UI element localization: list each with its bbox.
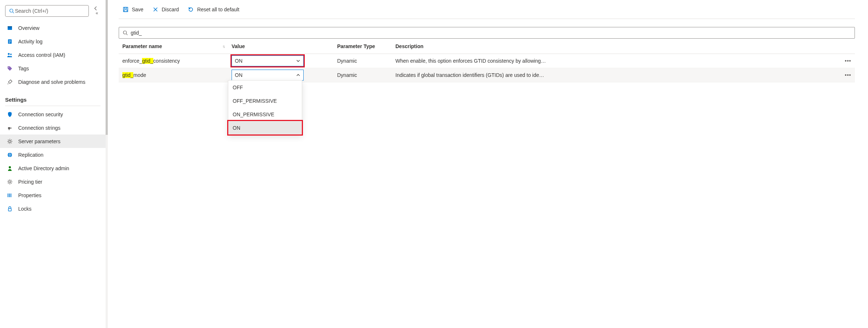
person-icon: [7, 165, 13, 172]
col-label: Parameter Type: [337, 43, 375, 49]
svg-rect-19: [8, 194, 8, 197]
cell-value: ON: [228, 54, 334, 68]
table-row: enforce_gtid_consistencyONDynamicWhen en…: [119, 54, 855, 68]
svg-point-8: [8, 53, 10, 55]
svg-rect-12: [10, 128, 12, 128]
value-select[interactable]: ON: [232, 55, 304, 66]
sidebar-item-label: Activity log: [18, 39, 43, 44]
sidebar-item-label: Server parameters: [18, 138, 60, 144]
save-button[interactable]: Save: [119, 4, 147, 15]
table-header: Parameter name ↑↓ Value Parameter Type D…: [119, 39, 855, 54]
svg-rect-22: [8, 208, 11, 211]
cell-parameter-type: Dynamic: [334, 56, 392, 65]
sidebar-item-server-parameters[interactable]: Server parameters: [0, 134, 106, 148]
sidebar-item-replication[interactable]: Replication: [0, 148, 106, 161]
shield-icon: [7, 111, 13, 118]
svg-point-15: [9, 140, 11, 142]
search-icon: [123, 30, 128, 35]
sidebar-item-access-control-iam-[interactable]: Access control (IAM): [0, 48, 106, 62]
sidebar-item-connection-security[interactable]: Connection security: [0, 108, 106, 121]
cell-description: When enable, this option enforces GTID c…: [392, 56, 840, 65]
svg-rect-6: [9, 42, 11, 42]
value-select[interactable]: ON: [232, 70, 304, 81]
parameters-table: Parameter name ↑↓ Value Parameter Type D…: [119, 39, 855, 82]
svg-point-17: [9, 166, 11, 168]
reset-button[interactable]: Reset all to default: [184, 4, 243, 15]
sidebar: « OverviewActivity logAccess control (IA…: [0, 0, 106, 328]
svg-point-0: [10, 9, 13, 12]
sidebar-search-input[interactable]: [15, 8, 86, 14]
svg-line-1: [13, 12, 14, 13]
search-icon: [8, 8, 15, 14]
diagnose-icon: [7, 79, 13, 85]
sidebar-item-activity-log[interactable]: Activity log: [0, 35, 106, 48]
sidebar-item-label: Access control (IAM): [18, 52, 65, 58]
svg-rect-5: [9, 40, 11, 41]
scrollbar-thumb[interactable]: [106, 0, 108, 135]
svg-rect-21: [11, 194, 11, 197]
divider: [5, 106, 100, 106]
save-icon: [122, 6, 129, 13]
sidebar-item-label: Locks: [18, 206, 32, 212]
bars-icon: [7, 192, 13, 199]
svg-point-18: [9, 181, 11, 183]
sidebar-item-label: Active Directory admin: [18, 165, 69, 171]
svg-rect-13: [10, 128, 12, 129]
cell-parameter-type: Dynamic: [334, 71, 392, 79]
svg-rect-11: [8, 127, 10, 129]
col-value[interactable]: Value: [228, 43, 334, 49]
dropdown-option-on[interactable]: ON: [228, 121, 302, 134]
cell-description: Indicates if global transaction identifi…: [392, 71, 840, 79]
cell-parameter-name[interactable]: enforce_gtid_consistency: [119, 56, 228, 65]
sidebar-item-properties[interactable]: Properties: [0, 188, 106, 202]
svg-point-9: [10, 54, 12, 55]
sidebar-search-box[interactable]: [5, 5, 89, 17]
cell-parameter-name[interactable]: gtid_mode: [119, 71, 228, 79]
svg-rect-7: [9, 43, 10, 43]
sidebar-item-tags[interactable]: Tags: [0, 62, 106, 75]
svg-rect-20: [9, 194, 10, 197]
discard-button[interactable]: Discard: [149, 4, 182, 15]
sort-icon[interactable]: ↑↓: [222, 44, 224, 48]
iam-icon: [7, 52, 13, 58]
save-label: Save: [132, 7, 143, 12]
sidebar-collapse-button[interactable]: «: [93, 6, 100, 16]
main-content: Save Discard Reset all to default Parame…: [106, 0, 868, 328]
overview-icon: [7, 25, 13, 31]
sidebar-item-locks[interactable]: Locks: [0, 202, 106, 215]
svg-rect-25: [124, 10, 127, 12]
sidebar-item-pricing-tier[interactable]: Pricing tier: [0, 175, 106, 188]
svg-point-28: [123, 31, 127, 34]
row-more-button[interactable]: •••: [840, 72, 855, 78]
chevron-down-icon: [296, 59, 300, 63]
row-more-button[interactable]: •••: [840, 58, 855, 64]
sidebar-section-settings: Settings: [0, 89, 106, 106]
toolbar: Save Discard Reset all to default: [119, 0, 855, 19]
col-parameter-type[interactable]: Parameter Type: [334, 43, 392, 49]
value-select-label: ON: [235, 58, 242, 64]
sidebar-item-label: Connection security: [18, 112, 63, 117]
sidebar-item-label: Pricing tier: [18, 179, 42, 185]
chevron-up-icon: [296, 73, 300, 77]
sidebar-item-connection-strings[interactable]: Connection strings: [0, 121, 106, 134]
parameter-filter-input[interactable]: [131, 30, 851, 36]
sidebar-item-label: Diagnose and solve problems: [18, 79, 85, 85]
sidebar-item-active-directory-admin[interactable]: Active Directory admin: [0, 161, 106, 175]
sidebar-item-overview[interactable]: Overview: [0, 21, 106, 35]
reset-label: Reset all to default: [197, 7, 239, 12]
col-label: Parameter name: [122, 43, 162, 49]
parameter-filter-box[interactable]: [119, 27, 855, 39]
globe-icon: [7, 152, 13, 158]
tags-icon: [7, 65, 13, 72]
discard-icon: [152, 6, 159, 13]
dropdown-option-on_permissive[interactable]: ON_PERMISSIVE: [228, 108, 302, 121]
value-dropdown: OFFOFF_PERMISSIVEON_PERMISSIVEON: [228, 80, 302, 135]
sidebar-item-label: Properties: [18, 192, 42, 198]
col-description[interactable]: Description: [392, 43, 840, 49]
dropdown-option-off_permissive[interactable]: OFF_PERMISSIVE: [228, 94, 302, 108]
sidebar-item-diagnose-and-solve-problems[interactable]: Diagnose and solve problems: [0, 75, 106, 89]
gear-icon: [7, 138, 13, 145]
reset-icon: [188, 6, 194, 13]
col-parameter-name[interactable]: Parameter name ↑↓: [119, 43, 228, 49]
dropdown-option-off[interactable]: OFF: [228, 81, 302, 94]
